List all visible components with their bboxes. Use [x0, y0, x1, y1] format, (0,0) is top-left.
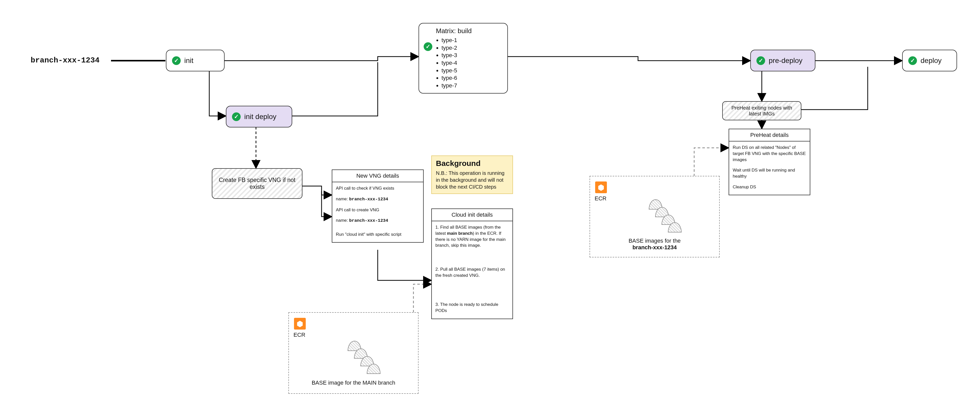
node-label: init deploy [244, 112, 277, 121]
note-background: Background N.B.: This operation is runni… [431, 155, 513, 194]
matrix-item: type-3 [442, 51, 472, 59]
diagram-canvas: branch-xxx-1234 ✓ init ✓ Matrix: build t… [0, 0, 980, 418]
node-pre-deploy: ✓ pre-deploy [750, 50, 815, 71]
panel-line: name: branch-xxx-1234 [336, 196, 420, 203]
note-title: Background [436, 159, 508, 168]
node-deploy: ✓ deploy [902, 50, 957, 71]
panel-line: 2. Pull all BASE images (7 items) on the… [435, 266, 509, 279]
ecr-caption: BASE image for the MAIN branch [289, 380, 418, 386]
check-icon: ✓ [232, 112, 241, 121]
panel-preheat: PreHeat details Run DS on all related "N… [729, 129, 810, 195]
matrix-item: type-1 [442, 36, 472, 44]
panel-title: New VNG details [332, 170, 423, 182]
check-icon: ✓ [172, 56, 181, 65]
check-icon: ✓ [908, 56, 917, 65]
branch-label: branch-xxx-1234 [30, 56, 100, 65]
node-label: deploy [921, 57, 942, 65]
panel-title: Cloud init details [432, 209, 512, 221]
ecr-main-branch: ⬢ ECR BASE image for the MAIN branch [288, 312, 418, 394]
node-label: pre-deploy [769, 57, 802, 65]
ecr-icon: ⬢ [294, 318, 306, 329]
matrix-title: Matrix: build [436, 27, 472, 35]
panel-line: name: branch-xxx-1234 [336, 217, 420, 224]
panel-line: Wait until DS will be running and health… [733, 167, 806, 179]
panel-new-vng: New VNG details API call to check if VNG… [332, 169, 424, 243]
panel-line: 1. Find all BASE images (from the latest… [435, 224, 509, 249]
box-label: Create FB specific VNG if not exists [217, 177, 298, 190]
check-icon: ✓ [756, 56, 765, 65]
node-matrix-build: ✓ Matrix: build type-1 type-2 type-3 typ… [418, 23, 508, 93]
matrix-item: type-6 [442, 74, 472, 82]
box-preheat-nodes: PreHeat exiting nodes with latest IMGs [722, 101, 801, 120]
panel-line: API call to check if VNG exists [336, 185, 420, 192]
ecr-feature-branch: ⬢ ECR BASE images for the branch-xxx-123… [590, 176, 720, 257]
panel-line: 3. The node is ready to schedule PODs [435, 301, 509, 314]
node-label: init [184, 57, 193, 65]
matrix-item: type-7 [442, 82, 472, 89]
panel-line: Cleanup DS [733, 184, 806, 190]
note-body: N.B.: This operation is running in the b… [436, 170, 508, 190]
matrix-item: type-2 [442, 44, 472, 52]
matrix-item: type-5 [442, 67, 472, 74]
ecr-label: ECR [595, 195, 606, 202]
box-create-vng: Create FB specific VNG if not exists [212, 168, 302, 199]
ecr-icon: ⬢ [595, 182, 607, 193]
box-label: PreHeat exiting nodes with latest IMGs [727, 105, 796, 117]
node-init: ✓ init [166, 50, 224, 71]
check-icon: ✓ [424, 42, 432, 51]
panel-line: Run "cloud init" with specific script [336, 231, 420, 238]
node-init-deploy: ✓ init deploy [226, 106, 292, 127]
matrix-item: type-4 [442, 59, 472, 67]
ecr-caption: BASE images for the branch-xxx-1234 [590, 238, 719, 251]
matrix-list: type-1 type-2 type-3 type-4 type-5 type-… [442, 36, 472, 89]
panel-cloud-init: Cloud init details 1. Find all BASE imag… [431, 209, 513, 319]
ecr-label: ECR [293, 332, 305, 338]
panel-line: API call to create VNG [336, 207, 420, 213]
panel-line: Run DS on all related "Nodes" of target … [733, 144, 806, 163]
panel-title: PreHeat details [729, 129, 810, 141]
